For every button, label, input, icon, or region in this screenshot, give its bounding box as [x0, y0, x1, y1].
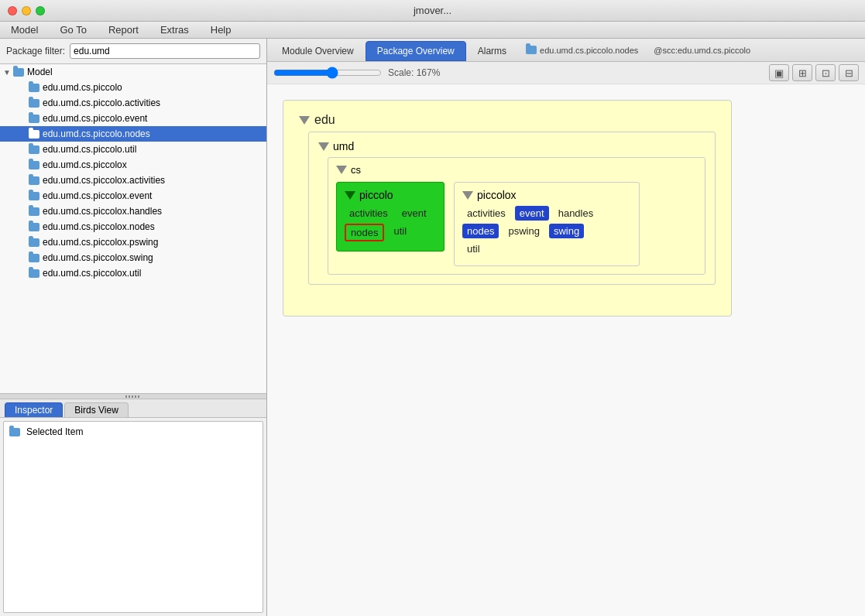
tab-inspector[interactable]: Inspector — [5, 402, 63, 417]
list-item[interactable]: edu.umd.cs.piccolo — [0, 80, 266, 95]
pkg-tag-px-swing[interactable]: swing — [549, 224, 584, 238]
package-filter-row: Package filter: — [0, 39, 266, 64]
tab-special-label: edu.umd.cs.piccolo.nodes — [540, 46, 638, 55]
selected-item-row: Selected Item — [9, 426, 258, 437]
list-item-selected[interactable]: edu.umd.cs.piccolo.nodes — [0, 126, 266, 142]
menu-help[interactable]: Help — [206, 22, 236, 37]
tab-alarms[interactable]: Alarms — [466, 41, 518, 61]
pkg-piccolox-label: piccolox — [477, 189, 517, 201]
pkg-edu-label: edu — [314, 113, 335, 127]
folder-icon — [28, 113, 40, 124]
folder-icon — [28, 237, 40, 248]
pkg-triangle-icon — [462, 191, 473, 200]
tab-module-overview[interactable]: Module Overview — [270, 41, 366, 61]
list-item[interactable]: edu.umd.cs.piccolo.activities — [0, 95, 266, 111]
pkg-triangle-icon — [299, 116, 310, 125]
minimize-button[interactable] — [22, 6, 31, 15]
tree-item-label: edu.umd.cs.piccolo — [43, 82, 122, 93]
left-panel: Package filter: ▼ Model edu.umd.cs.picco… — [0, 39, 267, 616]
pkg-tag-event[interactable]: event — [397, 206, 431, 221]
selected-item-label: Selected Item — [26, 426, 83, 437]
list-item[interactable]: edu.umd.cs.piccolox.activities — [0, 173, 266, 188]
pkg-piccolo-label: piccolo — [359, 189, 393, 201]
tab-scc[interactable]: @scc:edu.umd.cs.piccolo — [646, 43, 758, 58]
pkg-triangle-icon — [318, 142, 329, 151]
pkg-tag-nodes[interactable]: nodes — [345, 224, 384, 241]
drag-handle-dots — [125, 395, 141, 398]
list-item[interactable]: edu.umd.cs.piccolox.event — [0, 188, 266, 204]
inspector-content: Selected Item — [3, 421, 263, 613]
tree-item-label: edu.umd.cs.piccolox.swing — [43, 252, 153, 263]
list-item[interactable]: edu.umd.cs.piccolox.nodes — [0, 219, 266, 234]
tree-item-label: edu.umd.cs.piccolo.util — [43, 144, 136, 155]
close-button[interactable] — [8, 6, 17, 15]
pkg-tag-util[interactable]: util — [389, 224, 411, 241]
tabs-bar: Module Overview Package Overview Alarms … — [267, 39, 865, 62]
list-item[interactable]: edu.umd.cs.piccolox.handles — [0, 204, 266, 219]
copy-button[interactable]: ⊡ — [815, 64, 836, 81]
folder-icon — [9, 426, 21, 437]
tab-scc-label: @scc:edu.umd.cs.piccolo — [654, 46, 750, 55]
columns-button[interactable]: ⊞ — [792, 64, 812, 81]
folder-icon — [526, 46, 537, 54]
list-item[interactable]: edu.umd.cs.piccolo.event — [0, 111, 266, 126]
pkg-piccolox-box: piccolox activities event handles nodes … — [454, 182, 640, 266]
menu-goto[interactable]: Go To — [55, 22, 91, 37]
menu-extras[interactable]: Extras — [156, 22, 194, 37]
pkg-umd-title: umd — [318, 140, 705, 152]
pkg-tag-px-util[interactable]: util — [462, 241, 485, 256]
list-item[interactable]: edu.umd.cs.piccolo.util — [0, 142, 266, 157]
package-filter-input[interactable] — [70, 43, 260, 59]
menu-model[interactable]: Model — [6, 22, 43, 37]
list-item[interactable]: edu.umd.cs.piccolox.util — [0, 265, 266, 281]
folder-icon — [28, 128, 40, 139]
package-filter-label: Package filter: — [6, 46, 65, 56]
pkg-tag-px-activities[interactable]: activities — [462, 206, 510, 221]
inspector-panel: Inspector Birds View Selected Item — [0, 399, 266, 616]
pkg-tag-px-nodes[interactable]: nodes — [462, 224, 499, 238]
scale-slider[interactable] — [273, 67, 382, 79]
tree-item-label: edu.umd.cs.piccolo.event — [43, 113, 147, 124]
tree-item-label: edu.umd.cs.piccolo.activities — [43, 98, 160, 108]
pkg-tag-px-handles[interactable]: handles — [554, 206, 599, 221]
folder-icon — [28, 206, 40, 217]
menu-report[interactable]: Report — [104, 22, 143, 37]
pkg-tag-activities[interactable]: activities — [345, 206, 393, 221]
list-item[interactable]: edu.umd.cs.piccolox — [0, 157, 266, 173]
tab-birds-view[interactable]: Birds View — [64, 402, 128, 417]
pkg-tag-px-pswing[interactable]: pswing — [503, 224, 544, 238]
maximize-button[interactable] — [36, 6, 45, 15]
fit-button[interactable]: ▣ — [769, 64, 789, 81]
panel-resize-handle[interactable] — [0, 393, 266, 399]
print-button[interactable]: ⊟ — [839, 64, 859, 81]
tree-container: ▼ Model edu.umd.cs.piccolo edu.umd.cs.pi… — [0, 64, 266, 393]
pkg-tag-px-event[interactable]: event — [515, 206, 549, 221]
scale-label: Scale: 167% — [388, 67, 440, 78]
folder-icon — [28, 98, 40, 108]
menubar: Model Go To Report Extras Help — [0, 22, 865, 39]
tree-arrow: ▼ — [3, 68, 12, 77]
folder-icon — [28, 82, 40, 93]
list-item[interactable]: edu.umd.cs.piccolox.swing — [0, 250, 266, 265]
tree-root[interactable]: ▼ Model — [0, 64, 266, 80]
folder-icon — [12, 67, 25, 77]
tree-item-label: edu.umd.cs.piccolox.util — [43, 268, 141, 279]
tab-piccolo-nodes[interactable]: edu.umd.cs.piccolo.nodes — [518, 43, 646, 58]
window-controls[interactable] — [8, 6, 45, 15]
list-item[interactable]: edu.umd.cs.piccolox.pswing — [0, 234, 266, 250]
tree-item-label: edu.umd.cs.piccolox.handles — [43, 206, 162, 217]
tree-item-label: edu.umd.cs.piccolox — [43, 159, 127, 170]
folder-icon — [28, 268, 40, 279]
folder-icon — [28, 252, 40, 263]
tab-package-overview[interactable]: Package Overview — [366, 41, 466, 61]
pkg-cs-title: cs — [336, 164, 697, 176]
inspector-tabs: Inspector Birds View — [0, 399, 266, 418]
scale-bar: Scale: 167% ▣ ⊞ ⊡ ⊟ — [267, 62, 865, 84]
pkg-cs: cs piccolo activities — [328, 157, 705, 275]
folder-icon — [28, 221, 40, 232]
canvas-area[interactable]: edu umd cs — [267, 84, 865, 616]
tree-root-label: Model — [27, 67, 53, 77]
main-layout: Package filter: ▼ Model edu.umd.cs.picco… — [0, 39, 865, 616]
package-diagram: edu umd cs — [283, 100, 732, 317]
tree-item-label: edu.umd.cs.piccolox.nodes — [43, 221, 155, 232]
